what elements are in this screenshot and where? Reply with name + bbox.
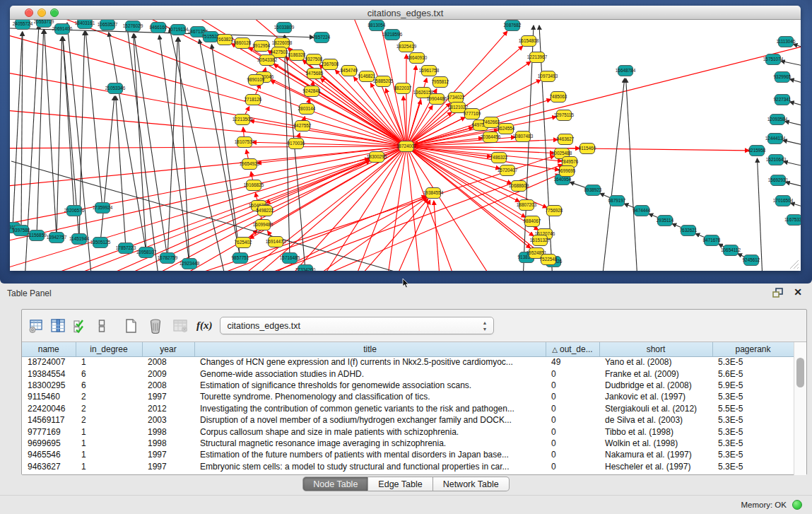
network-node[interactable]: 8822037 bbox=[394, 83, 412, 94]
table-cell[interactable]: Yano et al. (2008) bbox=[599, 356, 712, 368]
table-cell[interactable]: 9463627 bbox=[22, 461, 76, 472]
table-cell[interactable]: 14569117 bbox=[22, 414, 76, 426]
citation-edge-black[interactable] bbox=[602, 78, 625, 271]
network-window-titlebar[interactable]: citations_edges.txt bbox=[10, 6, 801, 20]
table-cell[interactable]: 2008 bbox=[142, 356, 194, 368]
citation-edge-red[interactable] bbox=[406, 66, 416, 146]
tab-edge-table[interactable]: Edge Table bbox=[368, 477, 433, 491]
table-cell[interactable]: 5.5E-5 bbox=[712, 403, 794, 414]
new-table-icon[interactable] bbox=[122, 317, 139, 334]
table-cell[interactable]: 1998 bbox=[142, 426, 194, 437]
table-cell[interactable]: Corpus callosum shape and size in male p… bbox=[194, 426, 546, 437]
table-cell[interactable]: Dudbridge et al. (2008) bbox=[599, 380, 712, 391]
network-node[interactable]: 9860128 bbox=[234, 38, 252, 49]
network-node[interactable]: 2087682 bbox=[504, 21, 522, 31]
table-cell[interactable]: 18724007 bbox=[22, 356, 76, 368]
column-header-name[interactable]: name bbox=[22, 342, 76, 356]
close-panel-icon[interactable]: ✕ bbox=[794, 286, 802, 298]
network-node[interactable]: 7486322 bbox=[490, 153, 508, 163]
citation-edge-black[interactable] bbox=[170, 28, 226, 271]
network-node[interactable]: 5498222 bbox=[257, 206, 274, 216]
table-cell[interactable]: 2008 bbox=[142, 380, 194, 391]
table-cell[interactable]: 2 bbox=[76, 414, 142, 426]
network-node[interactable]: 8912954 bbox=[253, 41, 271, 52]
network-node[interactable]: 16961758 bbox=[419, 66, 440, 76]
network-node[interactable]: 9170036 bbox=[288, 139, 305, 149]
network-node[interactable]: 18403161 bbox=[75, 20, 95, 29]
float-panel-icon[interactable] bbox=[772, 288, 784, 298]
network-node[interactable]: 15716485 bbox=[280, 253, 300, 264]
network-node[interactable]: 6879197 bbox=[608, 196, 626, 206]
table-cell[interactable]: 0 bbox=[546, 438, 599, 449]
network-node[interactable]: 8471678 bbox=[703, 235, 721, 246]
network-node[interactable]: 15885205 bbox=[373, 76, 394, 87]
table-cell[interactable]: Investigating the contribution of common… bbox=[194, 403, 546, 414]
network-node[interactable]: 18325419 bbox=[396, 42, 417, 52]
citation-edge-black[interactable] bbox=[37, 30, 44, 235]
network-node[interactable]: 15751074 bbox=[763, 54, 784, 65]
network-node[interactable]: 10973493 bbox=[538, 71, 558, 82]
citation-edge-black[interactable] bbox=[109, 33, 146, 252]
citation-edge-black[interactable] bbox=[781, 61, 801, 67]
table-cell[interactable]: 5.3E-5 bbox=[712, 438, 794, 449]
table-cell[interactable]: Disruption of a novel member of a sodium… bbox=[194, 414, 546, 426]
network-node[interactable]: 12093584 bbox=[767, 115, 788, 125]
network-node[interactable]: 9890109 bbox=[247, 75, 265, 86]
table-row[interactable]: 969969511998Structural magnetic resonanc… bbox=[22, 438, 794, 449]
table-cell[interactable]: 19384554 bbox=[22, 368, 76, 379]
citation-edge-red[interactable] bbox=[406, 146, 562, 161]
network-node[interactable]: 19904486 bbox=[427, 94, 447, 105]
citation-edge-black[interactable] bbox=[791, 203, 801, 209]
network-node[interactable]: 9474444 bbox=[633, 206, 651, 216]
table-cell[interactable]: 5.3E-5 bbox=[712, 391, 794, 402]
table-cell[interactable]: 9115460 bbox=[22, 391, 76, 402]
column-header-short[interactable]: short bbox=[599, 342, 712, 356]
network-node[interactable]: 17016504 bbox=[773, 196, 794, 206]
table-cell[interactable]: 18300295 bbox=[22, 380, 76, 391]
table-cell[interactable]: 9465546 bbox=[22, 449, 76, 460]
table-cell[interactable]: 0 bbox=[546, 368, 599, 379]
network-node[interactable]: 9245612 bbox=[743, 255, 760, 266]
table-cell[interactable]: 5.9E-5 bbox=[712, 380, 794, 391]
citation-edge-black[interactable] bbox=[57, 37, 62, 238]
citation-edge-black[interactable] bbox=[285, 35, 305, 270]
table-row[interactable]: 911546021997Tourette syndrome. Phenomeno… bbox=[22, 391, 794, 402]
column-header-in_degree[interactable]: in_degree bbox=[76, 342, 142, 356]
network-table-select[interactable]: citations_edges.txt ▲▼ bbox=[220, 317, 494, 334]
table-cell[interactable]: 9777169 bbox=[22, 426, 76, 437]
select-columns-icon[interactable] bbox=[71, 317, 88, 334]
table-row[interactable]: 1872400712008Changes of HCN gene express… bbox=[22, 356, 794, 368]
network-window[interactable]: citations_edges.txt 24055724205537192069… bbox=[10, 6, 801, 271]
function-builder-icon[interactable]: f(x) bbox=[196, 320, 213, 332]
column-header-year[interactable]: year bbox=[142, 342, 194, 356]
network-node[interactable]: 7485063 bbox=[550, 92, 567, 103]
table-cell[interactable]: Changes of HCN gene expression and I(f) … bbox=[194, 356, 546, 368]
table-cell[interactable]: 0 bbox=[546, 414, 599, 426]
table-cell[interactable]: 0 bbox=[546, 391, 599, 402]
network-node[interactable]: 10719134 bbox=[168, 25, 189, 35]
table-row[interactable]: 1938455462009Genome-wide association stu… bbox=[22, 368, 794, 379]
citation-edge-black[interactable] bbox=[786, 182, 801, 188]
network-node[interactable]: 19218596 bbox=[382, 30, 403, 40]
table-row[interactable]: 2242004622012Investigating the contribut… bbox=[22, 403, 794, 414]
table-cell[interactable]: 0 bbox=[546, 449, 599, 460]
table-cell[interactable]: Jankovic et al. (1997) bbox=[599, 391, 712, 402]
network-node[interactable]: 9884067 bbox=[524, 216, 541, 227]
network-node[interactable]: 8938923 bbox=[584, 185, 602, 196]
table-cell[interactable]: 6 bbox=[76, 380, 142, 391]
network-node[interactable]: 3624554 bbox=[498, 124, 515, 134]
citation-edge-black[interactable] bbox=[783, 140, 801, 146]
table-cell[interactable]: Nakamura et al. (1997) bbox=[599, 449, 712, 460]
table-cell[interactable]: 5.3E-5 bbox=[712, 461, 794, 472]
network-canvas-wrap[interactable]: 2405572420553719206914061840316110653527… bbox=[10, 20, 801, 271]
network-node[interactable]: 9327508 bbox=[305, 54, 323, 65]
network-node[interactable]: 16033809 bbox=[274, 23, 295, 33]
table-cell[interactable]: Tibbo et al. (1998) bbox=[599, 426, 712, 437]
table-scrollbar[interactable] bbox=[794, 342, 806, 475]
network-node[interactable]: 8813054 bbox=[368, 21, 386, 31]
network-node[interactable]: 10543382 bbox=[257, 55, 278, 66]
table-cell[interactable]: 1997 bbox=[142, 391, 194, 402]
network-node[interactable]: 18724007 bbox=[396, 141, 417, 152]
network-node[interactable]: 10654112 bbox=[721, 245, 741, 256]
citation-edge-black[interactable] bbox=[179, 37, 189, 264]
